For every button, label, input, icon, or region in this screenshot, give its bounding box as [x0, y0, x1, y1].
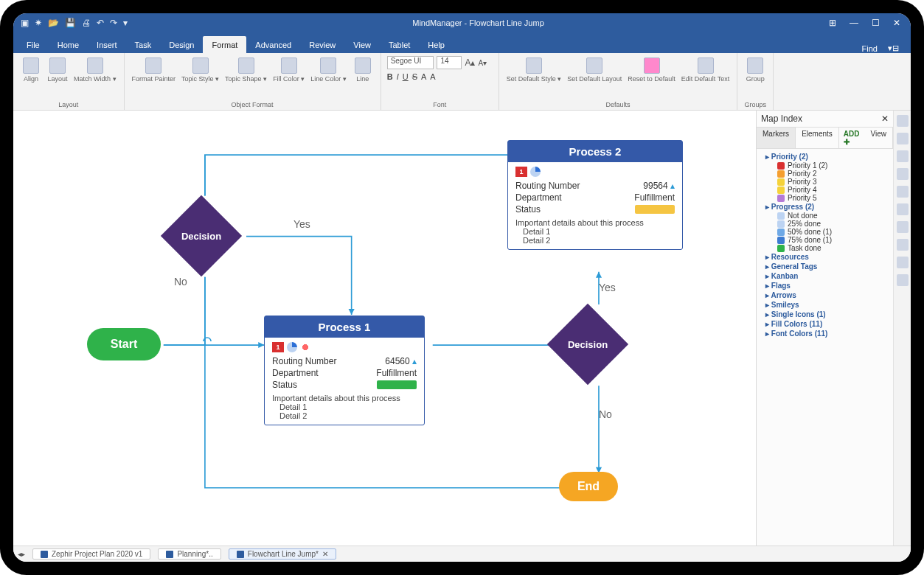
- qat-redo-icon[interactable]: ↷: [110, 18, 117, 28]
- font-size-select[interactable]: 14: [437, 56, 462, 69]
- tab-task[interactable]: Task: [126, 36, 161, 53]
- tree-item[interactable]: 75% done (1): [758, 236, 892, 244]
- ribbon-options-icon[interactable]: ▾⊟: [888, 43, 899, 53]
- tree-item[interactable]: Priority 1 (2): [758, 161, 892, 170]
- rail-icon[interactable]: [897, 168, 909, 180]
- font-grow-icon[interactable]: A▴: [465, 58, 475, 68]
- help-icon[interactable]: ⊞: [829, 18, 836, 28]
- rail-icon[interactable]: [897, 115, 909, 127]
- btn-topic-shape[interactable]: Topic Shape ▾: [223, 56, 268, 84]
- tree-item[interactable]: 50% done (1): [758, 228, 892, 236]
- tree-category[interactable]: ▸ Resources: [758, 252, 892, 262]
- tab-advanced[interactable]: Advanced: [246, 36, 300, 53]
- tree-category[interactable]: ▸ Fill Colors (11): [758, 319, 892, 329]
- rail-icon[interactable]: [897, 133, 909, 144]
- font-name-select[interactable]: Segoe UI: [387, 56, 434, 69]
- panel-close-icon[interactable]: ✕: [881, 114, 889, 124]
- tree-item[interactable]: Priority 4: [758, 186, 892, 194]
- doc-tab[interactable]: Zephir Project Plan 2020 v1: [32, 548, 150, 560]
- node-start[interactable]: Start: [87, 328, 161, 360]
- btn-bold[interactable]: B: [387, 72, 393, 81]
- tree-category[interactable]: ▸ Flags: [758, 281, 892, 290]
- tree-category[interactable]: ▸ Arrows: [758, 290, 892, 300]
- tree-item[interactable]: Priority 5: [758, 194, 892, 202]
- node-end[interactable]: End: [559, 472, 618, 501]
- btn-line[interactable]: Line: [351, 56, 375, 84]
- btn-highlight[interactable]: A: [430, 72, 435, 81]
- marker-tree[interactable]: ▸ Priority (2)Priority 1 (2)Priority 2Pr…: [757, 149, 893, 546]
- rail-icon[interactable]: [897, 221, 909, 233]
- btn-set-default-style[interactable]: Set Default Style ▾: [505, 56, 563, 84]
- rail-icon[interactable]: [897, 186, 909, 198]
- btn-italic[interactable]: I: [397, 72, 399, 81]
- rail-icon[interactable]: [897, 257, 909, 268]
- rail-icon[interactable]: [897, 203, 909, 215]
- btn-match-width[interactable]: Match Width ▾: [72, 56, 118, 84]
- maximize-icon[interactable]: ☐: [872, 18, 880, 28]
- btn-line-color[interactable]: Line Color ▾: [309, 56, 348, 84]
- label-no-2: No: [599, 408, 612, 420]
- tab-insert[interactable]: Insert: [88, 36, 126, 53]
- tree-item[interactable]: Not done: [758, 212, 892, 220]
- tab-home[interactable]: Home: [49, 36, 88, 53]
- tree-item[interactable]: Priority 3: [758, 178, 892, 186]
- btn-format-painter[interactable]: Format Painter: [131, 56, 178, 84]
- btn-edit-default-text[interactable]: Edit Default Text: [680, 56, 731, 84]
- rail-icon[interactable]: [897, 150, 909, 162]
- tree-category[interactable]: ▸ General Tags: [758, 262, 892, 271]
- tab-view[interactable]: View: [344, 36, 380, 53]
- btn-font-color[interactable]: A: [421, 72, 426, 81]
- tree-item[interactable]: 25% done: [758, 220, 892, 228]
- doc-tab-active[interactable]: Flowchart Line Jump* ✕: [229, 548, 336, 560]
- tab-design[interactable]: Design: [160, 36, 203, 53]
- btn-align[interactable]: Align: [19, 56, 43, 84]
- rail-icon[interactable]: [897, 274, 909, 286]
- qat-undo-icon[interactable]: ↶: [97, 18, 104, 28]
- find-link[interactable]: Find: [862, 44, 878, 53]
- collapse-icon[interactable]: ▴: [670, 181, 675, 191]
- tree-category[interactable]: ▸ Font Colors (11): [758, 329, 892, 338]
- node-process-1[interactable]: Process 1 1 Routing Number64560 ▴ Depart…: [264, 316, 425, 425]
- app-icon[interactable]: ▣: [21, 18, 29, 28]
- tree-item[interactable]: Task done: [758, 244, 892, 252]
- close-tab-icon[interactable]: ✕: [322, 550, 328, 558]
- qat-print-icon[interactable]: 🖨: [82, 18, 91, 28]
- qat-open-icon[interactable]: 📂: [48, 18, 59, 28]
- subtab-elements[interactable]: Elements: [796, 128, 839, 148]
- subtab-markers[interactable]: Markers: [757, 128, 796, 148]
- node-process-2[interactable]: Process 2 1 Routing Number99564 ▴ Depart…: [507, 140, 683, 250]
- canvas[interactable]: Start End Decision Decision Yes No Yes N…: [13, 111, 756, 546]
- tree-category[interactable]: ▸ Priority (2): [758, 152, 892, 161]
- btn-underline[interactable]: U: [403, 72, 409, 81]
- tab-file[interactable]: File: [18, 36, 49, 53]
- tree-category[interactable]: ▸ Single Icons (1): [758, 310, 892, 319]
- node-decision-1[interactable]: Decision: [161, 195, 242, 276]
- btn-topic-style[interactable]: Topic Style ▾: [180, 56, 220, 84]
- btn-strike[interactable]: S: [412, 72, 417, 81]
- tab-tablet[interactable]: Tablet: [380, 36, 419, 53]
- minimize-icon[interactable]: —: [850, 18, 858, 28]
- btn-layout[interactable]: Layout: [46, 56, 69, 84]
- btn-fill-color[interactable]: Fill Color ▾: [271, 56, 306, 84]
- statusbar-handle-icon[interactable]: ◂▸: [18, 550, 25, 558]
- btn-view[interactable]: View: [865, 128, 894, 148]
- tab-format[interactable]: Format: [203, 36, 246, 53]
- tree-item[interactable]: Priority 2: [758, 170, 892, 178]
- collapse-icon[interactable]: ▴: [412, 356, 417, 366]
- font-shrink-icon[interactable]: A▾: [478, 59, 487, 67]
- qat-save-icon[interactable]: 💾: [65, 18, 76, 28]
- tab-help[interactable]: Help: [419, 36, 454, 53]
- tree-category[interactable]: ▸ Kanban: [758, 271, 892, 281]
- tree-category[interactable]: ▸ Smileys: [758, 300, 892, 310]
- rail-icon[interactable]: [897, 239, 909, 251]
- btn-set-default-layout[interactable]: Set Default Layout: [566, 56, 623, 84]
- close-icon[interactable]: ✕: [893, 18, 900, 28]
- node-decision-2[interactable]: Decision: [547, 304, 628, 385]
- btn-add[interactable]: ADD ✚: [839, 128, 865, 148]
- btn-reset-default[interactable]: Reset to Default: [626, 56, 677, 84]
- doc-tab[interactable]: Planning*..: [158, 548, 220, 560]
- btn-group[interactable]: Group: [743, 56, 767, 84]
- qat-new-icon[interactable]: ✷: [35, 18, 42, 28]
- tab-review[interactable]: Review: [300, 36, 344, 53]
- tree-category[interactable]: ▸ Progress (2): [758, 202, 892, 212]
